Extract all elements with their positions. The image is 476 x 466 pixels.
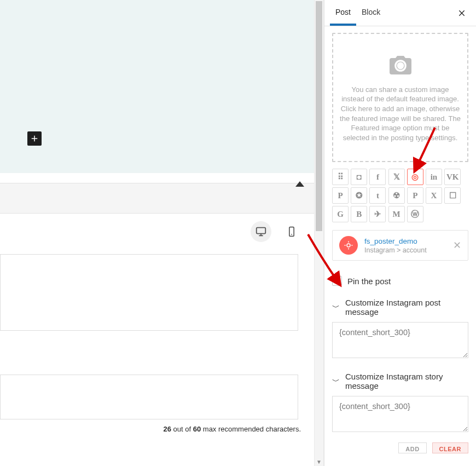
tab-post[interactable]: Post [330, 0, 356, 26]
tab-block[interactable]: Block [356, 0, 386, 26]
svg-rect-2 [257, 228, 266, 234]
toggle-story-message[interactable]: ﹀ Customize Instagram story message [332, 372, 468, 390]
selected-account-card: fs_poster_demo Instagram > account ✕ [332, 230, 468, 261]
linkedin-icon[interactable]: in [426, 169, 442, 185]
scroll-down-icon[interactable]: ▼ [315, 457, 323, 466]
reddit-icon[interactable]: ✪ [351, 187, 367, 204]
pin-post-label: Pin the post [347, 277, 391, 286]
vk-icon[interactable]: VK [444, 169, 461, 185]
story-message-heading: Customize Instagram story message [345, 372, 468, 390]
discord-icon[interactable]: ☐ [444, 187, 461, 204]
svg-point-11 [347, 244, 350, 247]
google-icon[interactable]: G [332, 206, 349, 222]
facebook-icon[interactable]: f [369, 169, 386, 185]
seo-character-count: 26 out of 60 max recommended characters. [0, 419, 314, 433]
editor-canvas[interactable] [0, 0, 314, 173]
parking-icon[interactable]: P [407, 187, 423, 204]
preview-desktop-button[interactable] [251, 221, 271, 242]
camera-icon [384, 53, 417, 79]
svg-point-9 [397, 62, 404, 69]
pinterest-icon[interactable]: P [332, 187, 349, 204]
instagram-icon[interactable]: ◎ [407, 169, 423, 185]
ok-icon[interactable]: ☢ [388, 187, 405, 204]
twitter-icon[interactable]: 𝕏 [388, 169, 405, 185]
medium-icon[interactable]: M [388, 206, 405, 222]
add-block-button[interactable] [27, 131, 42, 146]
seo-input-panel[interactable] [0, 375, 298, 419]
editor-scrollbar[interactable]: ▲ ▼ [314, 0, 324, 466]
pin-post-checkbox[interactable] [332, 276, 342, 286]
account-avatar [339, 236, 358, 255]
dropzone-hint: You can share a custom image instead of … [340, 85, 461, 142]
post-message-input[interactable] [332, 322, 468, 358]
blogger-icon[interactable]: B [351, 206, 367, 222]
settings-sidebar: Post Block You can share a custom image … [324, 0, 476, 466]
editor-gray-band [0, 183, 314, 214]
wordpress-icon[interactable]: ⓦ [407, 206, 423, 222]
account-subtitle: Instagram > account [364, 246, 427, 254]
editor-area: 26 out of 60 max recommended characters. [0, 0, 314, 466]
mobile-icon [286, 226, 297, 237]
account-name-link[interactable]: fs_poster_demo [364, 237, 427, 245]
add-button[interactable]: ADD [398, 442, 426, 453]
sidebar-tabs: Post Block [324, 0, 476, 26]
collapse-marker-icon [295, 181, 304, 187]
story-message-input[interactable] [332, 396, 468, 432]
crop-icon[interactable]: ◘ [351, 169, 367, 185]
sidebar-close-button[interactable] [453, 4, 471, 22]
custom-image-dropzone[interactable]: You can share a custom image instead of … [332, 33, 468, 162]
chevron-down-icon: ﹀ [332, 302, 341, 313]
social-network-grid: ⠿◘f𝕏◎inVKP✪t☢PX☐GB✈Mⓦ [332, 169, 468, 222]
svg-rect-5 [289, 227, 294, 237]
chevron-down-icon: ﹀ [332, 376, 341, 387]
preview-mobile-button[interactable] [281, 221, 302, 242]
avatar-sparkle-icon [344, 240, 353, 250]
tumblr-icon[interactable]: t [369, 187, 386, 204]
clear-button[interactable]: CLEAR [432, 442, 468, 453]
telegram-icon[interactable]: ✈ [369, 206, 386, 222]
seo-preview-panel[interactable] [0, 254, 298, 331]
grid-icon[interactable]: ⠿ [332, 169, 349, 185]
close-icon [457, 9, 466, 18]
scroll-thumb[interactable] [316, 1, 322, 231]
post-message-heading: Customize Instagram post message [345, 298, 468, 317]
remove-account-button[interactable]: ✕ [453, 239, 461, 251]
toggle-post-message[interactable]: ﹀ Customize Instagram post message [332, 298, 468, 317]
plus-icon [30, 134, 39, 143]
xing-icon[interactable]: X [426, 187, 442, 204]
desktop-icon [255, 226, 267, 238]
